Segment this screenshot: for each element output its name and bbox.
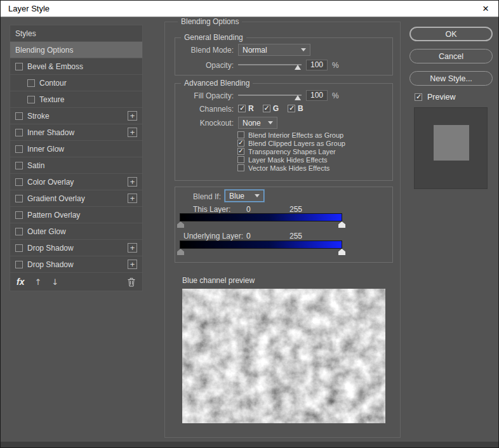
sidebar-item-texture[interactable]: Texture: [10, 91, 142, 108]
channel-checkbox[interactable]: [238, 105, 246, 112]
channels-group: RGB: [238, 104, 312, 114]
fx-icon[interactable]: fx: [17, 277, 24, 287]
style-enable-checkbox[interactable]: [15, 244, 23, 252]
channel-toggle-g[interactable]: G: [263, 104, 279, 113]
channel-checkbox[interactable]: [263, 105, 270, 112]
knockout-select[interactable]: None: [238, 117, 277, 129]
blend-mode-value: Normal: [243, 46, 267, 55]
option-blend-clipped-layers-as-group[interactable]: Blend Clipped Layers as Group: [237, 139, 345, 147]
sidebar-item-inner-glow[interactable]: Inner Glow: [10, 141, 142, 157]
blend-if-group: Blend If: Blue This Layer: 0 255 Underly…: [175, 187, 393, 263]
channel-toggle-r[interactable]: R: [238, 104, 254, 113]
add-effect-instance-button[interactable]: +: [128, 177, 137, 187]
preview-label: Preview: [427, 93, 455, 102]
sidebar-item-stroke[interactable]: Stroke+: [10, 108, 142, 124]
style-enable-checkbox[interactable]: [15, 112, 23, 120]
style-enable-checkbox[interactable]: [27, 79, 35, 87]
style-enable-checkbox[interactable]: [15, 228, 23, 235]
preview-checkbox[interactable]: [415, 93, 422, 101]
sidebar-item-label: Bevel & Emboss: [27, 62, 83, 71]
style-enable-checkbox[interactable]: [27, 96, 35, 103]
option-checkbox[interactable]: [237, 156, 244, 163]
sidebar-item-gradient-overlay[interactable]: Gradient Overlay+: [10, 190, 142, 207]
channel-label: B: [298, 104, 303, 113]
cancel-button[interactable]: Cancel: [409, 49, 493, 63]
style-enable-checkbox[interactable]: [15, 129, 23, 136]
sidebar-item-blending-options[interactable]: Blending Options: [10, 42, 142, 58]
style-enable-checkbox[interactable]: [15, 261, 23, 268]
blend-mode-select[interactable]: Normal: [238, 44, 310, 56]
sidebar-item-satin[interactable]: Satin: [10, 157, 142, 174]
new-style-button[interactable]: New Style...: [409, 71, 493, 86]
preview-toggle[interactable]: Preview: [415, 93, 455, 102]
add-effect-instance-button[interactable]: +: [128, 243, 137, 253]
channel-checkbox[interactable]: [288, 105, 295, 112]
blend-if-label: Blend If:: [175, 192, 221, 201]
sidebar-item-color-overlay[interactable]: Color Overlay+: [10, 174, 142, 190]
opacity-field[interactable]: 100: [306, 60, 328, 70]
underlying-layer-white-slider[interactable]: [338, 249, 345, 255]
style-enable-checkbox[interactable]: [15, 145, 23, 153]
add-effect-instance-button[interactable]: +: [128, 260, 137, 269]
sidebar-item-label: Texture: [39, 95, 64, 104]
underlying-layer-black-slider[interactable]: [177, 249, 184, 255]
fill-opacity-field[interactable]: 100: [306, 90, 328, 101]
option-blend-interior-effects-as-group[interactable]: Blend Interior Effects as Group: [237, 131, 345, 139]
sidebar-item-styles[interactable]: Styles: [10, 25, 142, 42]
underlying-layer-label: Underlying Layer:: [183, 232, 243, 240]
move-effect-down-button[interactable]: ↓: [51, 277, 58, 287]
blend-mode-row: Blend Mode: Normal: [179, 44, 310, 56]
group-legend-general: General Blending: [181, 33, 246, 42]
sidebar-item-bevel-emboss[interactable]: Bevel & Emboss: [10, 58, 142, 75]
option-transparency-shapes-layer[interactable]: Transparency Shapes Layer: [237, 147, 345, 155]
ok-button[interactable]: OK: [409, 27, 493, 41]
option-label: Transparency Shapes Layer: [248, 148, 336, 155]
blend-if-select[interactable]: Blue: [225, 190, 264, 202]
option-checkbox[interactable]: [237, 164, 244, 171]
style-enable-checkbox[interactable]: [15, 195, 23, 202]
sidebar-item-label: Drop Shadow: [27, 260, 74, 269]
this-layer-gradient-bar[interactable]: [180, 213, 342, 221]
sidebar-item-inner-shadow[interactable]: Inner Shadow+: [10, 124, 142, 141]
advanced-blending-group: Advanced Blending Fill Opacity: 100 % Ch…: [175, 83, 393, 181]
sidebar-item-drop-shadow[interactable]: Drop Shadow+: [10, 256, 142, 273]
add-effect-instance-button[interactable]: +: [128, 111, 137, 121]
this-layer-max: 255: [289, 205, 302, 214]
move-effect-up-button[interactable]: ↑: [34, 277, 41, 287]
style-enable-checkbox[interactable]: [15, 178, 23, 186]
option-checkbox[interactable]: [237, 148, 244, 155]
close-icon[interactable]: ×: [473, 1, 498, 17]
blue-channel-preview-image: [182, 289, 385, 423]
sidebar-item-pattern-overlay[interactable]: Pattern Overlay: [10, 207, 142, 223]
sidebar-item-label: Outer Glow: [27, 227, 66, 236]
knockout-value: None: [243, 119, 261, 128]
opacity-slider[interactable]: [238, 60, 302, 70]
titlebar: Layer Style ×: [1, 1, 498, 17]
style-enable-checkbox[interactable]: [15, 63, 23, 70]
option-checkbox[interactable]: [237, 140, 244, 147]
style-enable-checkbox[interactable]: [15, 162, 23, 169]
option-vector-mask-hides-effects[interactable]: Vector Mask Hides Effects: [237, 164, 345, 172]
option-layer-mask-hides-effects[interactable]: Layer Mask Hides Effects: [237, 155, 345, 164]
sidebar-item-contour[interactable]: Contour: [10, 75, 142, 91]
panel-title: Blending Options: [178, 17, 242, 26]
add-effect-instance-button[interactable]: +: [128, 194, 137, 203]
sidebar-item-label: Inner Shadow: [27, 128, 74, 137]
style-enable-checkbox[interactable]: [15, 211, 23, 219]
slider-thumb-icon[interactable]: [295, 65, 301, 70]
this-layer-black-slider[interactable]: [177, 221, 184, 228]
sidebar-item-outer-glow[interactable]: Outer Glow: [10, 223, 142, 240]
add-effect-instance-button[interactable]: +: [128, 128, 137, 137]
slider-thumb-icon[interactable]: [295, 95, 301, 100]
this-layer-white-slider[interactable]: [338, 221, 345, 228]
this-layer-label: This Layer:: [193, 205, 230, 214]
noise-texture: [182, 289, 385, 423]
sidebar-item-drop-shadow[interactable]: Drop Shadow+: [10, 240, 142, 256]
underlying-layer-gradient-bar[interactable]: [180, 240, 342, 249]
dialog-title: Layer Style: [8, 4, 50, 13]
channel-toggle-b[interactable]: B: [288, 104, 303, 113]
option-label: Layer Mask Hides Effects: [248, 156, 328, 164]
option-checkbox[interactable]: [237, 131, 244, 138]
fill-opacity-slider[interactable]: [238, 91, 302, 100]
delete-effect-button[interactable]: [127, 277, 136, 287]
